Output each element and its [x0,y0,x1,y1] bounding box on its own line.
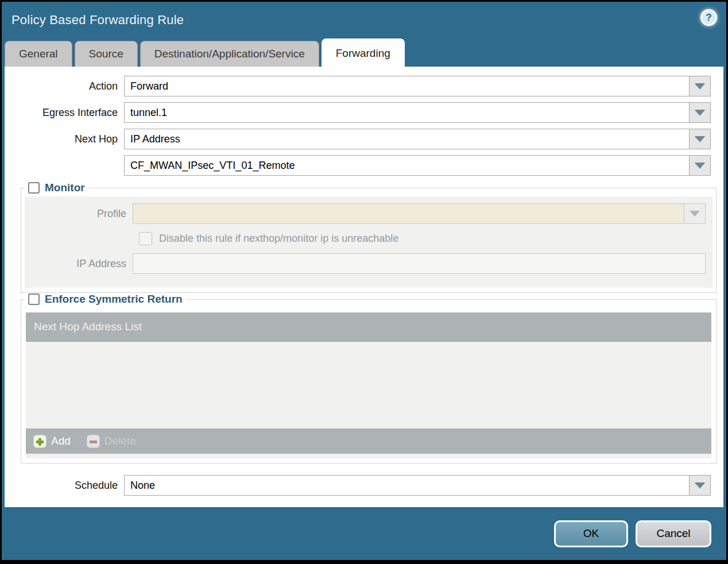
next-hop-address-list-table: Next Hop Address List Add Delete [26,312,711,458]
monitor-group: Monitor Profile Disable this rule if nex… [21,181,717,293]
next-hop-type-value[interactable]: IP Address [124,129,690,149]
monitor-ip-label: IP Address [25,258,133,270]
disable-rule-row: Disable this rule if nexthop/monitor ip … [139,232,712,245]
action-row: Action Forward [5,76,711,96]
enforce-symmetric-return-checkbox[interactable] [28,293,40,305]
chevron-down-icon [695,482,705,488]
egress-interface-row: Egress Interface tunnel.1 [5,102,711,123]
monitor-checkbox[interactable] [28,182,40,194]
add-button-label: Add [51,435,71,447]
next-hop-type-dropdown[interactable]: IP Address [124,129,711,149]
next-hop-label: Next Hop [5,133,124,145]
next-hop-address-row: CF_MWAN_IPsec_VTI_01_Remote [5,155,711,176]
next-hop-address-list-body[interactable] [26,342,711,428]
add-button[interactable]: Add [33,435,71,448]
tab-general[interactable]: General [5,41,72,67]
chevron-down-icon [695,83,705,89]
chevron-down-icon [695,110,705,115]
profile-dropdown [133,203,706,224]
minus-icon [87,435,100,448]
cancel-button[interactable]: Cancel [636,520,711,547]
schedule-dropdown[interactable]: None [124,475,711,496]
next-hop-type-dropdown-button[interactable] [690,129,711,149]
chevron-down-icon [690,211,700,217]
ok-button[interactable]: OK [554,520,628,547]
action-dropdown-button[interactable] [690,76,711,96]
egress-interface-label: Egress Interface [5,107,124,119]
dialog-footer: OK Cancel [2,507,726,560]
next-hop-address-list-toolbar: Add Delete [26,428,711,454]
action-label: Action [5,80,124,92]
next-hop-address-list-header: Next Hop Address List [26,312,711,342]
action-dropdown[interactable]: Forward [124,76,711,96]
schedule-label: Schedule [5,480,124,492]
pbf-rule-dialog: Policy Based Forwarding Rule ? General S… [2,2,726,560]
schedule-row: Schedule None [5,475,711,496]
egress-interface-value[interactable]: tunnel.1 [124,102,690,123]
dialog-title: Policy Based Forwarding Rule [11,13,184,28]
symmetric-return-legend: Enforce Symmetric Return [25,293,186,306]
monitor-ip-row: IP Address [25,253,706,274]
profile-value [133,203,684,224]
plus-icon [33,435,47,448]
next-hop-address-value[interactable]: CF_MWAN_IPsec_VTI_01_Remote [124,155,690,176]
monitor-legend-label: Monitor [45,181,85,194]
schedule-dropdown-button[interactable] [690,475,711,496]
tab-source[interactable]: Source [75,41,138,67]
symmetric-return-legend-label: Enforce Symmetric Return [45,293,183,306]
disable-rule-checkbox [139,232,152,245]
profile-row: Profile [25,203,706,224]
next-hop-address-dropdown-button[interactable] [690,155,711,176]
profile-label: Profile [25,208,133,220]
dialog-titlebar: Policy Based Forwarding Rule ? [2,2,726,38]
tab-forwarding[interactable]: Forwarding [322,38,405,67]
next-hop-row: Next Hop IP Address [5,129,711,149]
disable-rule-label: Disable this rule if nexthop/monitor ip … [159,233,398,245]
monitor-ip-input [133,253,706,274]
profile-dropdown-button [684,203,706,224]
chevron-down-icon [695,163,705,168]
window-frame: Policy Based Forwarding Rule ? General S… [0,0,728,564]
next-hop-address-dropdown[interactable]: CF_MWAN_IPsec_VTI_01_Remote [124,155,711,176]
delete-button[interactable]: Delete [87,435,136,448]
monitor-panel: Profile Disable this rule if nexthop/mon… [25,196,712,288]
monitor-legend: Monitor [25,181,88,194]
chevron-down-icon [695,136,705,142]
egress-interface-dropdown-button[interactable] [690,102,711,123]
tab-bar: General Source Destination/Application/S… [2,38,726,67]
table-bottom-strip [26,454,711,458]
symmetric-return-group: Enforce Symmetric Return Next Hop Addres… [21,293,717,463]
egress-interface-dropdown[interactable]: tunnel.1 [124,102,711,123]
forwarding-tab-panel: Action Forward Egress Interface tunnel.1… [5,67,723,507]
delete-button-label: Delete [104,435,136,447]
schedule-value[interactable]: None [124,475,690,496]
tab-destination-application-service[interactable]: Destination/Application/Service [140,41,319,67]
action-value[interactable]: Forward [124,76,690,96]
help-icon[interactable]: ? [700,9,717,26]
